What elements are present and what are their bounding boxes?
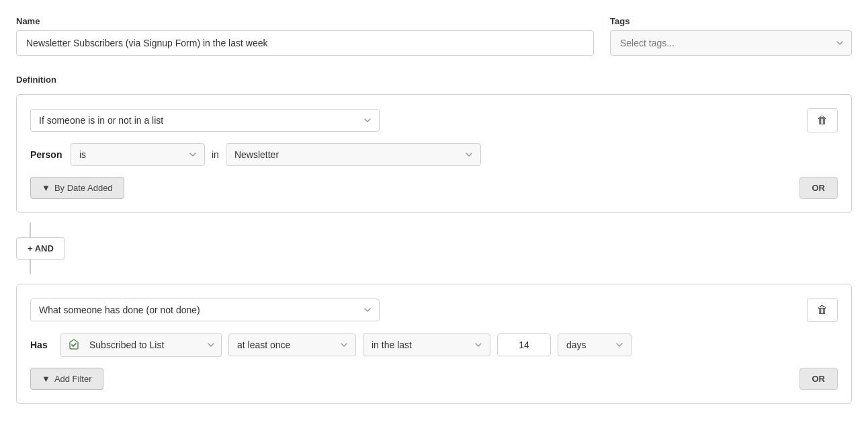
and-button[interactable]: + AND xyxy=(16,237,65,260)
condition-1-footer: ▼ By Date Added OR xyxy=(30,177,838,199)
name-input[interactable] xyxy=(16,30,594,56)
at-least-select[interactable]: at least once zero times exactly xyxy=(228,333,356,356)
condition-1-header: If someone is in or not in a list What s… xyxy=(30,108,838,132)
person-label: Person xyxy=(30,149,64,160)
definition-label: Definition xyxy=(16,75,852,85)
condition-2-delete-button[interactable]: 🗑 xyxy=(807,298,838,322)
subscribed-select-wrapper: Subscribed to List Unsubscribed from Lis… xyxy=(60,333,222,357)
condition-2-row: Has Subscribed to List Unsubscribed from… xyxy=(30,333,838,357)
add-filter-label: Add Filter xyxy=(54,374,92,384)
tags-label: Tags xyxy=(610,16,852,26)
condition-block-2: What someone has done (or not done) If s… xyxy=(16,284,852,404)
has-label: Has xyxy=(30,340,54,350)
subscribed-icon xyxy=(61,333,87,356)
condition-1-is-select[interactable]: is is not xyxy=(71,143,205,166)
and-vertical-line-top xyxy=(30,223,31,237)
condition-2-footer: ▼ Add Filter OR xyxy=(30,368,838,390)
and-vertical-line-bottom xyxy=(30,260,31,274)
definition-section: Definition If someone is in or not in a … xyxy=(16,75,852,404)
condition-1-or-button[interactable]: OR xyxy=(799,177,838,199)
condition-1-type-select[interactable]: If someone is in or not in a list What s… xyxy=(30,109,380,132)
name-field-group: Name xyxy=(16,16,594,56)
filter-icon: ▼ xyxy=(42,183,50,193)
filter-icon-2: ▼ xyxy=(42,374,50,384)
tags-select[interactable]: Select tags... xyxy=(610,30,852,56)
and-section: + AND xyxy=(16,223,852,274)
condition-1-list-select[interactable]: Newsletter VIP List Promotional xyxy=(226,143,481,166)
and-connector: + AND xyxy=(16,223,65,274)
condition-block-1: If someone is in or not in a list What s… xyxy=(16,94,852,213)
subscribed-action-select[interactable]: Subscribed to List Unsubscribed from Lis… xyxy=(87,334,221,356)
condition-1-row: Person is is not in Newsletter VIP List … xyxy=(30,143,838,166)
add-filter-button[interactable]: ▼ Add Filter xyxy=(30,368,103,390)
condition-1-delete-button[interactable]: 🗑 xyxy=(807,108,838,132)
top-section: Name Tags Select tags... xyxy=(16,16,852,56)
condition-2-header: What someone has done (or not done) If s… xyxy=(30,298,838,322)
condition-2-or-button[interactable]: OR xyxy=(799,368,838,390)
tags-field-group: Tags Select tags... xyxy=(610,16,852,56)
name-label: Name xyxy=(16,16,594,26)
by-date-added-button[interactable]: ▼ By Date Added xyxy=(30,177,124,199)
condition-2-type-select[interactable]: What someone has done (or not done) If s… xyxy=(30,299,380,321)
days-number-input[interactable] xyxy=(497,333,551,356)
in-the-last-select[interactable]: in the last over all time before date xyxy=(363,333,490,356)
days-unit-select[interactable]: days weeks months xyxy=(558,333,632,356)
by-date-added-label: By Date Added xyxy=(54,183,113,193)
in-label: in xyxy=(212,149,219,160)
